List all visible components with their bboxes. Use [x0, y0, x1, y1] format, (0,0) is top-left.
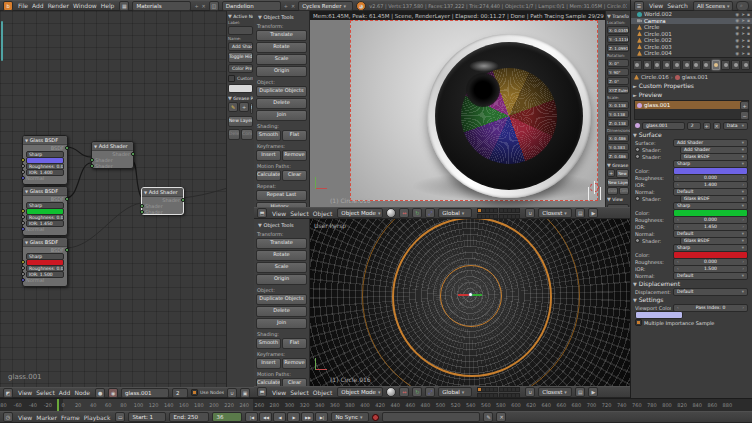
grease-new-button[interactable]: New [616, 169, 629, 178]
tab-constraints[interactable] [682, 60, 691, 70]
rotation-mode-select[interactable]: XYZ Euler [607, 86, 629, 94]
selectability-arrow-icon[interactable]: ➤ [741, 44, 745, 49]
ior-input-socket[interactable] [21, 272, 25, 276]
dimension-field[interactable]: X: 0.486 [607, 134, 629, 142]
mode-select[interactable]: Object Mode▾ [337, 387, 383, 397]
visibility-eye-icon[interactable]: ◉ [735, 18, 739, 23]
ior-input-socket[interactable] [21, 170, 25, 174]
snap-magnet-icon[interactable]: ∪ [525, 208, 535, 218]
editor-type-icon[interactable]: ◷ [3, 412, 13, 422]
screen-add-button[interactable]: + [194, 3, 198, 9]
roughness-input-socket[interactable] [21, 266, 25, 270]
render-engine-select[interactable]: Cycles Render▾ [298, 1, 353, 11]
play-reverse-button[interactable]: ◀ [273, 412, 286, 422]
custom-color-swatch[interactable] [228, 84, 253, 93]
rotate-button[interactable]: Rotate [256, 250, 307, 261]
roughness-input-socket[interactable] [21, 215, 25, 219]
wireframe-view-canvas[interactable]: User Persp (1) Circle.016 [310, 219, 630, 386]
custom-properties-panel[interactable]: ► Custom Properties [631, 81, 752, 90]
outliner-item-circle-004[interactable]: Circle.004◉➤▪ [631, 50, 752, 57]
jump-to-end-button[interactable]: ▶| [315, 412, 328, 422]
scene-add-button[interactable]: + [284, 3, 288, 9]
grease-add-button[interactable]: + [607, 169, 615, 177]
screen-layout-select[interactable]: Materials [132, 1, 191, 11]
menu-item[interactable]: View [270, 389, 288, 396]
node-add-shader-2[interactable]: ▼ Add Shader Shader Shader Shader [141, 187, 184, 215]
bsdf-output-socket[interactable] [65, 197, 69, 201]
auto-keyframe-record-button[interactable] [372, 414, 379, 421]
translate-button[interactable]: Translate [256, 238, 307, 249]
color-input-socket[interactable] [21, 209, 25, 213]
menu-item[interactable]: Select [288, 389, 311, 396]
tab-material[interactable] [712, 60, 721, 70]
selectability-arrow-icon[interactable]: ➤ [741, 25, 745, 30]
clear-button[interactable]: Clear [282, 378, 307, 386]
shader-input-socket[interactable] [140, 210, 144, 214]
visibility-eye-icon[interactable]: ◉ [735, 31, 739, 36]
keying-remove-icon[interactable]: ✕ [496, 412, 506, 422]
opengl-render-icon[interactable]: ▤ [575, 387, 585, 397]
editor-type-icon[interactable]: ⬒ [257, 208, 267, 218]
menu-item[interactable]: Object [311, 389, 335, 396]
scale-manipulator-icon[interactable]: ⤢ [425, 387, 435, 397]
tab-physics[interactable] [741, 60, 750, 70]
opengl-render-icon[interactable]: ▤ [575, 208, 585, 218]
insert-button[interactable]: Insert [256, 358, 281, 369]
menu-item[interactable]: Select [288, 210, 311, 217]
calculate-button[interactable]: Calculate [256, 378, 281, 386]
selectability-arrow-icon[interactable]: ➤ [741, 12, 745, 17]
timeline-ruler[interactable]: -80-60-40-200204060801001201401601802002… [0, 398, 752, 412]
material-users-count[interactable]: 2 [172, 388, 188, 398]
pass-index-field[interactable]: ‹Pass Index: 0› [673, 304, 748, 312]
delete-button[interactable]: Delete [256, 306, 307, 317]
surface-panel-header[interactable]: ▼ Surface [631, 130, 752, 139]
displacement-panel-header[interactable]: ▼ Displacement [631, 279, 752, 288]
remove-button[interactable]: Remove [282, 150, 307, 161]
material-datablock-field[interactable]: glass.001 [121, 388, 169, 398]
layer-dot[interactable] [493, 208, 498, 213]
normal-input-socket[interactable] [21, 227, 25, 231]
smooth-button[interactable]: Smooth [256, 338, 281, 349]
editor-type-icon[interactable]: ◩ [3, 388, 13, 398]
menu-item[interactable]: View [270, 210, 288, 217]
snap-element-select[interactable]: Closest▾ [538, 387, 572, 397]
node-name-input[interactable]: Add Shader.001 [228, 42, 253, 51]
layer-buttons[interactable] [477, 387, 520, 398]
menu-item[interactable]: Help [99, 2, 117, 9]
visibility-eye-icon[interactable]: ◉ [735, 51, 739, 56]
editor-type-icon[interactable]: ☰ [634, 1, 644, 11]
shader-output-socket[interactable] [181, 198, 185, 202]
scale-field[interactable]: Y: 0.138 [607, 110, 629, 118]
selectability-arrow-icon[interactable]: ➤ [741, 38, 745, 43]
rotation-field[interactable]: Z: 0° [607, 77, 629, 85]
tab-object[interactable] [672, 60, 681, 70]
translate-button[interactable]: Translate [256, 30, 307, 41]
rotate-button[interactable]: Rotate [256, 42, 307, 53]
material-link-select[interactable]: Data▾ [723, 122, 748, 130]
insert-button[interactable]: Insert [256, 150, 281, 161]
shader-output-socket[interactable] [131, 152, 135, 156]
color-input-socket[interactable] [21, 158, 25, 162]
screen-delete-button[interactable]: ✕ [202, 3, 206, 9]
sync-mode-select[interactable]: No Sync▾ [331, 412, 369, 422]
displacement-select[interactable]: Default▾ [673, 288, 748, 296]
layer-dot[interactable] [515, 387, 520, 392]
menu-item[interactable]: Render [46, 2, 71, 9]
use-nodes-checkbox[interactable]: Use Nodes [191, 389, 224, 396]
node-label-input[interactable] [228, 26, 253, 35]
node-glass-bsdf-3[interactable]: ▼ Glass BSDF BSDF Sharp Roughness: 0.000… [22, 237, 68, 287]
material-icon[interactable]: ◉ [108, 388, 118, 398]
scene-delete-button[interactable]: ✕ [291, 3, 295, 9]
slot-remove-button[interactable]: − [740, 111, 749, 120]
remove-button[interactable]: Remove [282, 358, 307, 369]
start-frame-field[interactable]: Start: 1 [128, 412, 166, 422]
visibility-eye-icon[interactable]: ◉ [735, 25, 739, 30]
rotation-field[interactable]: X: 0° [607, 59, 629, 67]
visibility-eye-icon[interactable]: ◉ [735, 44, 739, 49]
keying-set-field[interactable] [382, 412, 480, 422]
bsdf-output-socket[interactable] [65, 248, 69, 252]
menu-item[interactable]: Marker [34, 414, 59, 421]
color-input-socket[interactable] [21, 260, 25, 264]
orientation-select[interactable]: Global▾ [438, 387, 472, 397]
opengl-render-anim-icon[interactable]: ▶ [588, 387, 598, 397]
